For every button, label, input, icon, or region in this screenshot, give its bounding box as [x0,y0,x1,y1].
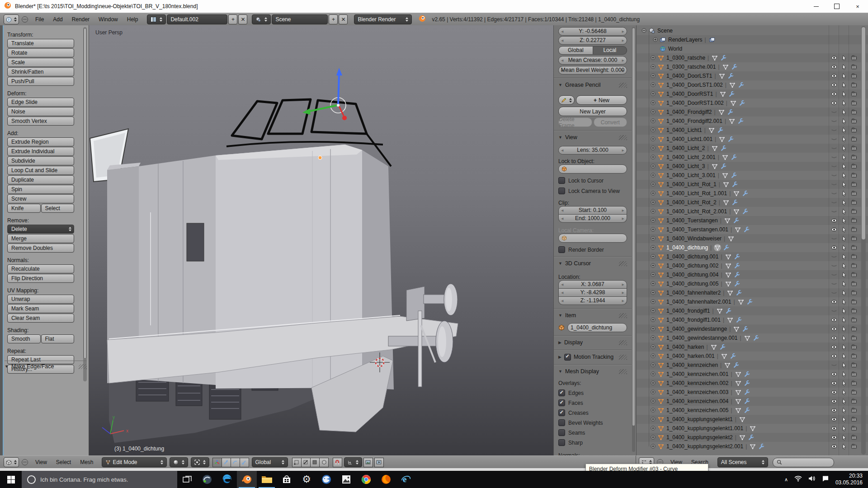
tool-button-select[interactable]: Select [41,204,75,213]
outliner-row-1-0400-licht1-001[interactable]: 1_0400_Licht1.001| [637,135,868,144]
mesh-data-icon[interactable] [739,434,746,441]
expand-icon[interactable] [651,326,656,331]
outliner-row-1-0400-harken[interactable]: 1_0400_harken| [637,343,868,352]
selectable-cursor-icon[interactable] [840,100,848,106]
median-z-slider[interactable]: Z: 0.22727 [558,36,627,45]
selectable-cursor-icon[interactable] [840,190,848,197]
renderable-camera-icon[interactable] [850,253,858,260]
mesh-data-icon[interactable] [749,443,756,450]
outliner-row-1-0400-kupplungsgelenkt2[interactable]: 1_0400_kupplungsgelenkt2| [637,433,868,442]
mesh-data-icon[interactable] [724,362,731,368]
expand-icon[interactable] [651,335,656,340]
modifier-wrench-icon[interactable] [730,172,737,178]
tool-button-knife[interactable]: Knife [7,204,41,213]
modifier-wrench-icon[interactable] [730,154,737,160]
selectable-cursor-icon[interactable] [840,199,848,206]
object-name[interactable]: 1_0300_ratsche.001 [666,64,716,70]
selectable-cursor-icon[interactable] [840,91,848,97]
modifier-wrench-icon[interactable] [737,82,745,88]
object-name[interactable]: 1_0400_Licht_Rot_2 [666,199,717,206]
object-name[interactable]: 1_0400_dichtung [666,244,708,251]
selectable-cursor-icon[interactable] [840,263,848,269]
modifier-wrench-icon[interactable] [720,163,727,169]
eye-closed-icon[interactable] [830,181,838,188]
mesh-data-icon[interactable] [722,181,730,188]
expand-icon[interactable] [651,299,656,304]
expand-icon[interactable] [651,64,656,69]
modifier-wrench-icon[interactable] [726,109,734,115]
selectable-cursor-icon[interactable] [840,64,848,70]
mesh-data-icon[interactable] [722,154,729,160]
modifier-wrench-icon[interactable] [733,253,741,260]
tray-expand-icon[interactable]: ∧ [784,477,788,483]
render-opengl-still-button[interactable] [363,458,373,467]
modifier-wrench-icon[interactable] [731,64,738,70]
tool-button-translate[interactable]: Translate [7,39,74,48]
outliner-row-1-0400-dichtung-001[interactable]: 1_0400_dichtung.001| [637,252,868,261]
modifier-wrench-icon[interactable] [728,91,735,97]
close-button[interactable]: × [847,0,868,13]
menu-add[interactable]: Add [48,16,67,23]
renderable-camera-icon[interactable] [850,425,858,432]
mesh-data-icon[interactable] [735,407,742,413]
object-name[interactable]: 1_0400_dichtung.004 [666,272,718,278]
modifier-wrench-icon[interactable] [743,407,750,413]
selectable-cursor-icon[interactable] [840,335,848,341]
outliner-row-1-0400-kennzeichen-005[interactable]: 1_0400_kennzeichen.005| [637,406,868,415]
expand-icon[interactable] [653,37,658,42]
start-button[interactable] [0,471,22,488]
object-name[interactable]: 1_0400_frondgiff1 [666,308,710,314]
selectable-cursor-icon[interactable] [840,172,848,178]
object-name[interactable]: 1_0400_kennzeichen.002 [666,380,728,386]
display-panel-header[interactable]: ▶Display [558,338,627,347]
renderable-camera-icon[interactable] [850,281,858,287]
outliner-row-1-0400-doorrst1-002[interactable]: 1_0400_DoorRST1.002| [637,99,868,108]
editor-type-selector[interactable]: i [4,14,19,24]
outliner-row-1-0400-windabweiser[interactable]: 1_0400_Windabweiser| [637,234,868,243]
selectable-cursor-icon[interactable] [840,371,848,377]
mesh-data-icon[interactable] [735,380,742,386]
outliner-row-1-0400-gewindestannge[interactable]: 1_0400_gewindestannge| [637,324,868,333]
modifier-wrench-icon[interactable] [747,434,755,441]
expand-icon[interactable] [651,435,656,440]
lock-to-object-field[interactable] [558,164,627,174]
eye-closed-icon[interactable] [830,235,838,242]
grease-pencil-panel-header[interactable]: ▼Grease Pencil [558,81,627,89]
panel-drag-icon[interactable] [619,313,627,318]
renderable-camera-icon[interactable] [850,64,858,70]
mesh-data-icon[interactable] [735,389,742,395]
new-layer-button[interactable]: New Layer [558,107,627,116]
renderable-camera-icon[interactable] [850,344,858,350]
scene-name[interactable]: Scene [657,28,673,34]
eye-open-icon[interactable] [830,389,838,395]
cursor-z-slider[interactable]: Z: -1.1944 [558,297,627,305]
expand-icon[interactable] [651,100,656,105]
selectable-cursor-icon[interactable] [840,308,848,314]
modifier-wrench-icon[interactable] [743,398,750,404]
eye-open-icon[interactable] [830,344,838,350]
eye-open-icon[interactable] [830,82,838,88]
local-toggle-button[interactable]: Local [593,46,627,55]
expand-icon[interactable] [651,164,656,169]
outliner-row-1-0400-licht-2[interactable]: 1_0400_Licht_2| [637,144,868,153]
expand-icon[interactable] [651,290,656,295]
expand-icon[interactable] [651,362,656,367]
modifier-wrench-icon[interactable] [733,272,741,278]
panel-drag-icon[interactable] [619,355,627,360]
expand-icon[interactable] [651,417,656,422]
mesh-data-icon[interactable] [727,235,735,242]
cursor-x-slider[interactable]: X: 3.0687 [558,280,627,289]
object-name[interactable]: 1_0400_Licht_Rot_1.001 [666,190,727,197]
viewport-menu-view[interactable]: View [31,459,52,465]
object-name[interactable]: 1_0400_Licht1.001 [666,136,712,142]
object-name[interactable]: 1_0400_dichtung.001 [666,253,718,260]
taskbar-app-edge[interactable] [217,471,237,488]
delete-layout-button[interactable]: ✕ [238,14,247,24]
expand-icon[interactable] [651,191,656,196]
modifier-wrench-icon[interactable] [741,190,749,197]
taskbar-app-store[interactable] [277,471,297,488]
taskbar-app-taskview[interactable] [177,471,197,488]
eye-closed-icon[interactable] [830,190,838,197]
outliner-row-1-0400-frondgiff2[interactable]: 1_0400_Frondgiff2| [637,108,868,117]
selectable-cursor-icon[interactable] [840,443,848,450]
